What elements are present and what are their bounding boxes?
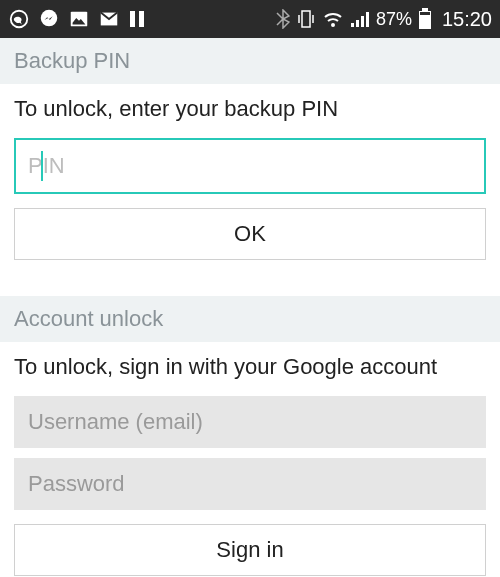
clock: 15:20 [442,8,492,31]
username-input[interactable] [14,396,486,448]
svg-rect-13 [420,12,430,15]
status-left-icons [8,8,146,30]
battery-percentage: 87% [376,9,412,30]
svg-rect-6 [302,11,310,27]
svg-rect-5 [139,11,144,27]
account-unlock-header: Account unlock [0,296,500,342]
account-unlock-section: To unlock, sign in with your Google acco… [0,342,500,577]
whatsapp-icon [8,8,30,30]
signal-icon [350,10,370,28]
battery-icon [418,8,432,30]
svg-rect-9 [361,16,364,27]
account-unlock-instruction: To unlock, sign in with your Google acco… [14,354,486,380]
pause-icon [128,9,146,29]
vibrate-icon [296,8,316,30]
sign-in-button[interactable]: Sign in [14,524,486,576]
svg-rect-8 [356,20,359,27]
backup-pin-section: To unlock, enter your backup PIN OK [0,84,500,278]
bluetooth-icon [276,9,290,29]
messenger-icon [38,8,60,30]
svg-rect-12 [422,8,428,11]
status-right-icons: 87% 15:20 [276,8,492,31]
svg-rect-7 [351,23,354,27]
svg-rect-10 [366,12,369,27]
section-gap [0,278,500,296]
backup-pin-instruction: To unlock, enter your backup PIN [14,96,486,122]
svg-point-1 [41,10,58,27]
svg-rect-4 [130,11,135,27]
backup-pin-header: Backup PIN [0,38,500,84]
password-input[interactable] [14,458,486,510]
gmail-icon [98,8,120,30]
ok-button[interactable]: OK [14,208,486,260]
image-icon [68,8,90,30]
text-cursor [41,151,43,181]
pin-input[interactable] [14,138,486,194]
wifi-icon [322,10,344,28]
status-bar: 87% 15:20 [0,0,500,38]
